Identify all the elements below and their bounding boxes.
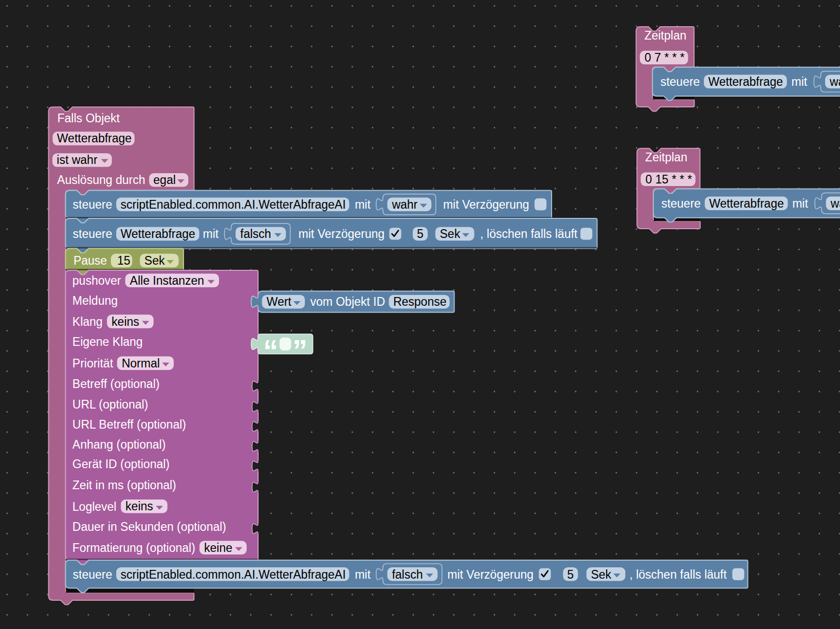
svg-text:mit: mit	[792, 75, 808, 88]
svg-text:Wetterabfrage: Wetterabfrage	[708, 75, 783, 88]
svg-text:mit Verzögerung: mit Verzögerung	[299, 227, 385, 240]
svg-text:steuere: steuere	[73, 568, 113, 581]
svg-text:Eigene Klang: Eigene Klang	[72, 335, 143, 348]
svg-text:Normal: Normal	[122, 357, 160, 370]
svg-text:mit: mit	[355, 198, 371, 211]
svg-text:Sek: Sek	[440, 227, 461, 240]
svg-text:vom Objekt ID: vom Objekt ID	[310, 295, 385, 308]
svg-text:Pause: Pause	[74, 254, 107, 267]
svg-text:, löschen falls läuft: , löschen falls läuft	[629, 568, 727, 581]
svg-text:Falls Objekt: Falls Objekt	[58, 112, 120, 125]
svg-text:wahr: wahr	[830, 197, 840, 210]
svg-text:steuere: steuere	[73, 227, 113, 240]
svg-text:ist wahr: ist wahr	[57, 153, 98, 166]
svg-text:”: ”	[293, 334, 307, 367]
svg-text:URL Betreff (optional): URL Betreff (optional)	[72, 418, 186, 431]
svg-text:5: 5	[567, 568, 574, 581]
svg-text:Klang: Klang	[72, 315, 103, 328]
svg-text:mit Verzögerung: mit Verzögerung	[443, 198, 529, 211]
svg-text:wahr: wahr	[829, 75, 840, 88]
svg-text:Wetterabfrage: Wetterabfrage	[709, 197, 783, 210]
svg-text:Wert: Wert	[267, 295, 292, 308]
svg-text:Dauer in Sekunden (optional): Dauer in Sekunden (optional)	[72, 520, 226, 533]
svg-text:Sek: Sek	[144, 254, 165, 267]
svg-text:Priorität: Priorität	[72, 357, 114, 370]
svg-text:Betreff (optional): Betreff (optional)	[72, 377, 160, 391]
svg-text:URL (optional): URL (optional)	[72, 398, 148, 411]
svg-text:, löschen falls läuft: , löschen falls läuft	[480, 227, 578, 240]
svg-text:pushover: pushover	[72, 274, 121, 287]
svg-text:keine: keine	[204, 541, 232, 554]
svg-text:steuere: steuere	[661, 75, 700, 88]
svg-text:Anhang (optional): Anhang (optional)	[72, 438, 166, 451]
svg-text:Sek: Sek	[591, 568, 611, 581]
svg-text:Formatierung (optional): Formatierung (optional)	[72, 541, 195, 554]
svg-text:scriptEnabled.common.AI.Wetter: scriptEnabled.common.AI.WetterAbfrageAI	[121, 568, 346, 581]
svg-text:0 7 * * *: 0 7 * * *	[645, 51, 685, 64]
svg-text:“: “	[263, 334, 278, 367]
svg-text:Response: Response	[393, 295, 447, 308]
svg-text:scriptEnabled.common.AI.Wetter: scriptEnabled.common.AI.WetterAbfrageAI	[121, 198, 346, 211]
svg-text:Wetterabfrage: Wetterabfrage	[121, 227, 195, 240]
svg-text:15: 15	[117, 254, 131, 267]
svg-text:Loglevel: Loglevel	[72, 500, 117, 513]
svg-text:Zeit in ms (optional): Zeit in ms (optional)	[72, 478, 176, 492]
svg-text:steuere: steuere	[661, 197, 701, 210]
svg-text:mit: mit	[792, 197, 808, 210]
svg-text:Alle Instanzen: Alle Instanzen	[130, 274, 204, 287]
svg-text:falsch: falsch	[240, 227, 271, 240]
svg-text:Auslösung durch: Auslösung durch	[57, 173, 145, 187]
svg-text:steuere: steuere	[73, 198, 113, 211]
svg-text:keins: keins	[125, 499, 153, 513]
svg-text:falsch: falsch	[392, 568, 423, 581]
svg-text:wahr: wahr	[391, 198, 417, 211]
svg-text:Wetterabfrage: Wetterabfrage	[57, 132, 132, 145]
svg-text:egal: egal	[153, 173, 175, 187]
svg-text:Gerät ID (optional): Gerät ID (optional)	[72, 457, 170, 471]
svg-text:mit: mit	[355, 568, 371, 581]
svg-text:5: 5	[417, 227, 424, 240]
svg-text:keins: keins	[112, 315, 139, 328]
svg-text:mit Verzögerung: mit Verzögerung	[447, 568, 533, 581]
svg-text:Zeitplan: Zeitplan	[644, 29, 686, 42]
svg-text:mit: mit	[203, 227, 219, 240]
svg-text:Meldung: Meldung	[72, 294, 118, 307]
svg-text:Zeitplan: Zeitplan	[645, 151, 687, 164]
svg-text:0 15 * * *: 0 15 * * *	[646, 173, 692, 186]
